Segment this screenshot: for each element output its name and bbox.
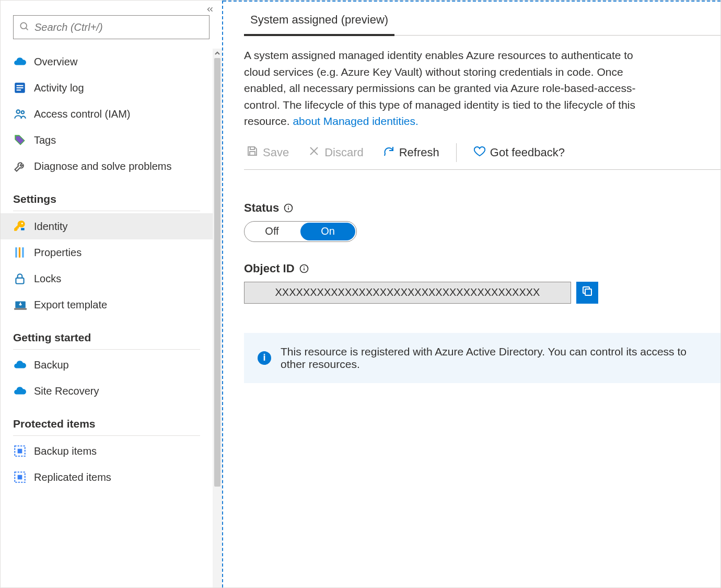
info-banner-text: This resource is registered with Azure A… bbox=[281, 345, 707, 371]
search-input[interactable] bbox=[34, 21, 204, 33]
wrench-icon bbox=[13, 159, 27, 173]
copy-icon bbox=[581, 285, 594, 300]
learn-more-link[interactable]: about Managed identities. bbox=[293, 115, 418, 127]
divider bbox=[13, 211, 200, 211]
sidebar-item-label: Export template bbox=[34, 299, 107, 311]
sidebar-item-locks[interactable]: Locks bbox=[1, 266, 213, 292]
feedback-button[interactable]: Got feedback? bbox=[471, 144, 567, 162]
svg-point-0 bbox=[20, 22, 27, 29]
sidebar-item-access-control[interactable]: Access control (IAM) bbox=[1, 101, 213, 127]
copy-button[interactable] bbox=[576, 282, 598, 304]
info-banner: i This resource is registered with Azure… bbox=[244, 333, 720, 383]
cloud-icon bbox=[13, 384, 27, 398]
scrollbar-up-icon[interactable] bbox=[213, 49, 222, 58]
sidebar-item-site-recovery[interactable]: Site Recovery bbox=[1, 378, 213, 404]
object-id-label: Object ID bbox=[244, 262, 295, 275]
info-badge-icon: i bbox=[258, 351, 271, 365]
sidebar-section-settings: Settings bbox=[1, 179, 213, 209]
sidebar-item-replicated-items[interactable]: Replicated items bbox=[1, 464, 213, 490]
object-id-field: Object ID bbox=[244, 262, 720, 304]
svg-point-23 bbox=[304, 266, 305, 267]
sliders-icon bbox=[13, 246, 27, 259]
svg-rect-9 bbox=[15, 247, 17, 258]
sidebar-item-label: Replicated items bbox=[34, 471, 111, 483]
export-icon bbox=[13, 298, 27, 312]
search-box[interactable] bbox=[13, 15, 210, 39]
sidebar-item-label: Activity log bbox=[34, 82, 84, 94]
status-off-option[interactable]: Off bbox=[245, 222, 299, 241]
svg-rect-18 bbox=[18, 475, 22, 480]
sidebar-item-label: Identity bbox=[34, 221, 67, 233]
grid-icon bbox=[13, 444, 27, 458]
sidebar-nav: Overview Activity log Access control (IA… bbox=[1, 49, 222, 490]
svg-rect-2 bbox=[17, 85, 24, 86]
tags-icon bbox=[13, 133, 27, 147]
people-icon bbox=[13, 107, 27, 121]
refresh-icon bbox=[382, 145, 395, 160]
svg-rect-11 bbox=[22, 247, 24, 258]
scrollbar-thumb[interactable] bbox=[214, 58, 220, 487]
sidebar-item-label: Overview bbox=[34, 56, 77, 68]
toolbar: Save Discard Refresh Got feedback? bbox=[244, 143, 720, 170]
sidebar-item-label: Backup bbox=[34, 359, 69, 371]
sidebar-section-protected-items: Protected items bbox=[1, 404, 213, 433]
sidebar-item-identity[interactable]: Identity bbox=[1, 213, 213, 239]
status-on-option[interactable]: On bbox=[300, 223, 355, 240]
svg-rect-14 bbox=[14, 308, 27, 310]
info-icon[interactable] bbox=[299, 263, 309, 274]
divider bbox=[13, 349, 200, 350]
search-icon bbox=[19, 21, 29, 34]
sidebar-item-diagnose[interactable]: Diagnose and solve problems bbox=[1, 153, 213, 179]
grid-icon bbox=[13, 470, 27, 484]
key-icon bbox=[13, 220, 27, 233]
sidebar-item-label: Locks bbox=[34, 273, 61, 285]
sidebar: Overview Activity log Access control (IA… bbox=[1, 1, 223, 587]
scrollbar[interactable] bbox=[213, 49, 222, 587]
collapse-sidebar-button[interactable] bbox=[203, 4, 217, 17]
svg-rect-24 bbox=[585, 289, 591, 295]
status-toggle[interactable]: Off On bbox=[244, 221, 357, 242]
object-id-input[interactable] bbox=[244, 282, 571, 304]
svg-rect-10 bbox=[19, 247, 20, 258]
lock-icon bbox=[13, 272, 27, 285]
cloud-icon bbox=[13, 55, 27, 68]
sidebar-item-label: Properties bbox=[34, 247, 82, 259]
sidebar-item-label: Tags bbox=[34, 134, 56, 146]
sidebar-item-backup[interactable]: Backup bbox=[1, 352, 213, 378]
sidebar-section-getting-started: Getting started bbox=[1, 318, 213, 347]
svg-rect-3 bbox=[17, 87, 24, 88]
sidebar-item-backup-items[interactable]: Backup items bbox=[1, 438, 213, 464]
svg-point-6 bbox=[21, 111, 24, 113]
refresh-button[interactable]: Refresh bbox=[380, 144, 441, 162]
description-text: A system assigned managed identity enabl… bbox=[244, 47, 652, 130]
toolbar-divider bbox=[456, 143, 457, 162]
sidebar-item-overview[interactable]: Overview bbox=[1, 49, 213, 75]
svg-rect-12 bbox=[16, 278, 24, 284]
cloud-icon bbox=[13, 358, 27, 372]
sidebar-item-label: Diagnose and solve problems bbox=[34, 160, 172, 172]
svg-rect-16 bbox=[18, 449, 22, 454]
sidebar-item-tags[interactable]: Tags bbox=[1, 127, 213, 153]
sidebar-item-activity-log[interactable]: Activity log bbox=[1, 75, 213, 101]
status-label: Status bbox=[244, 201, 279, 215]
save-button[interactable]: Save bbox=[244, 144, 291, 162]
main-content: System assigned (preview) A system assig… bbox=[223, 1, 720, 587]
svg-point-7 bbox=[21, 223, 23, 224]
discard-button[interactable]: Discard bbox=[306, 144, 366, 162]
sidebar-item-label: Backup items bbox=[34, 445, 97, 457]
sidebar-item-properties[interactable]: Properties bbox=[1, 239, 213, 266]
status-field: Status Off On bbox=[244, 201, 720, 242]
activity-log-icon bbox=[13, 81, 27, 95]
sidebar-item-label: Site Recovery bbox=[34, 385, 99, 397]
heart-icon bbox=[473, 145, 486, 160]
tab-bar: System assigned (preview) bbox=[244, 10, 720, 36]
tab-system-assigned[interactable]: System assigned (preview) bbox=[244, 10, 394, 36]
svg-rect-4 bbox=[17, 89, 21, 90]
save-icon bbox=[246, 145, 259, 160]
sidebar-item-export-template[interactable]: Export template bbox=[1, 292, 213, 318]
close-icon bbox=[308, 145, 320, 160]
info-icon[interactable] bbox=[283, 203, 294, 213]
svg-point-5 bbox=[17, 110, 20, 113]
sidebar-item-label: Access control (IAM) bbox=[34, 108, 130, 120]
svg-rect-8 bbox=[21, 228, 24, 230]
